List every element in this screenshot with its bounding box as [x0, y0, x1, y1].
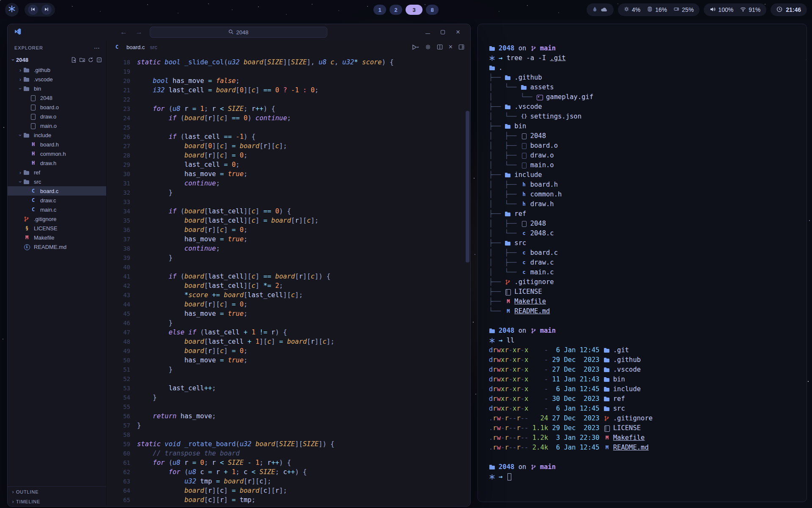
explorer-item-bin[interactable]: ›bin [8, 84, 106, 93]
explorer-item-include[interactable]: ›include [8, 130, 106, 140]
code-line-19[interactable]: 19 [107, 67, 470, 76]
explorer-item-.gitignore[interactable]: .gitignore [8, 214, 106, 224]
code-line-50[interactable]: 50 has_move = true; [107, 356, 470, 365]
code-line-49[interactable]: 49 board[r][c] = 0; [107, 346, 470, 356]
code-line-40[interactable]: 40 [107, 262, 470, 272]
new-file-icon[interactable] [71, 57, 77, 63]
code-line-20[interactable]: 20 bool has_move = false; [107, 76, 470, 86]
code-line-45[interactable]: 45 has_move = true; [107, 309, 470, 318]
code-line-47[interactable]: 47 else if (last_cell + 1 != r) { [107, 328, 470, 337]
breadcrumb[interactable]: src [150, 44, 157, 50]
code-line-59[interactable]: 59static void _rotate_board(u32 board[SI… [107, 439, 470, 449]
explorer-item-2048[interactable]: 2048 [8, 93, 106, 102]
explorer-item-main.o[interactable]: main.o [8, 121, 106, 130]
terminal-window[interactable]: 2048 on main→ tree -a -I .git.├── .githu… [477, 24, 807, 502]
explorer-item-main.c[interactable]: Cmain.c [8, 205, 106, 214]
explorer-root-folder[interactable]: › 2048 [8, 55, 106, 65]
close-button[interactable]: × [455, 29, 461, 35]
explorer-item-Makefile[interactable]: MMakefile [8, 233, 106, 242]
code-line-21[interactable]: 21 i32 last_cell = board[0][c] == 0 ? -1… [107, 86, 470, 95]
workspace-3[interactable]: 3 [406, 5, 422, 15]
code-line-35[interactable]: 35 board[last_cell][c] = board[r][c]; [107, 216, 470, 225]
code-line-39[interactable]: 39 } [107, 253, 470, 262]
scrollbar-thumb[interactable] [466, 111, 469, 263]
explorer-more-actions-icon[interactable]: ⋯ [94, 44, 100, 51]
explorer-item-board.h[interactable]: Hboard.h [8, 140, 106, 149]
search-input[interactable]: 2048 [150, 27, 327, 38]
code-line-52[interactable]: 52 [107, 374, 470, 384]
code-line-58[interactable]: 58 [107, 430, 470, 439]
navigate-forward-button[interactable]: → [134, 28, 144, 36]
code-line-25[interactable]: 25 [107, 123, 470, 132]
new-folder-icon[interactable] [80, 57, 85, 63]
workspace-1[interactable]: 1 [373, 5, 386, 15]
refresh-icon[interactable] [88, 57, 93, 63]
code-line-54[interactable]: 54 } [107, 393, 470, 402]
code-line-23[interactable]: 23 for (u8 r = 1; r < SIZE; r++) { [107, 104, 470, 113]
code-line-30[interactable]: 30 has_move = true; [107, 169, 470, 179]
code-line-36[interactable]: 36 board[r][c] = 0; [107, 225, 470, 235]
explorer-item-src[interactable]: ›src [8, 177, 106, 186]
code-line-65[interactable]: 65 board[c][r] = tmp; [107, 495, 470, 505]
media-next-button[interactable] [41, 5, 52, 15]
code-line-18[interactable]: 18static bool _slide_col(u32 board[SIZE]… [107, 58, 470, 67]
code-line-46[interactable]: 46 } [107, 318, 470, 328]
minimize-button[interactable] [425, 29, 431, 35]
explorer-item-README.md[interactable]: iREADME.md [8, 242, 106, 251]
weather-widget[interactable] [587, 3, 614, 16]
code-line-62[interactable]: 62 for (u8 c = r + 1; c < SIZE; c++) { [107, 467, 470, 477]
audio-network-widget[interactable]: 100% 91% [704, 3, 766, 16]
split-editor-icon[interactable] [437, 44, 443, 50]
workspace-2[interactable]: 2 [390, 5, 402, 15]
code-line-61[interactable]: 61 for (u8 r = 0; r < SIZE - 1; r++) { [107, 458, 470, 467]
code-line-22[interactable]: 22 [107, 95, 470, 104]
code-line-26[interactable]: 26 if (last_cell == -1) { [107, 132, 470, 141]
editor-scrollbar[interactable] [466, 57, 469, 504]
explorer-item-draw.c[interactable]: Cdraw.c [8, 196, 106, 205]
code-line-32[interactable]: 32 } [107, 188, 470, 197]
code-line-55[interactable]: 55 [107, 402, 470, 411]
explorer-item-ref[interactable]: ›ref [8, 168, 106, 177]
run-button[interactable] [412, 44, 419, 50]
explorer-item-board.c[interactable]: Cboard.c [8, 186, 106, 196]
code-line-37[interactable]: 37 has_move = true; [107, 235, 470, 244]
explorer-item-draw.o[interactable]: draw.o [8, 112, 106, 121]
collapse-all-icon[interactable] [96, 57, 102, 63]
explorer-item-draw.h[interactable]: Hdraw.h [8, 158, 106, 168]
code-line-63[interactable]: 63 u32 tmp = board[r][c]; [107, 477, 470, 486]
code-line-56[interactable]: 56 return has_move; [107, 411, 470, 421]
code-line-28[interactable]: 28 board[r][c] = 0; [107, 151, 470, 160]
outline-panel[interactable]: › OUTLINE [8, 487, 106, 497]
layout-panel-icon[interactable] [458, 44, 464, 50]
code-line-34[interactable]: 34 if (board[last_cell][c] == 0) { [107, 207, 470, 216]
media-prev-button[interactable] [28, 5, 38, 15]
code-area[interactable]: 18static bool _slide_col(u32 board[SIZE]… [107, 54, 470, 506]
clock-widget[interactable]: 21:46 [771, 3, 807, 16]
code-line-57[interactable]: 57} [107, 421, 470, 430]
code-line-64[interactable]: 64 board[r][c] = board[c][r]; [107, 486, 470, 495]
navigate-back-button[interactable]: ← [119, 28, 129, 36]
code-line-42[interactable]: 42 board[last_cell][c] *= 2; [107, 281, 470, 290]
explorer-item-common.h[interactable]: Hcommon.h [8, 149, 106, 158]
code-line-27[interactable]: 27 board[0][c] = board[r][c]; [107, 141, 470, 151]
explorer-item-board.o[interactable]: board.o [8, 102, 106, 112]
code-line-44[interactable]: 44 board[r][c] = 0; [107, 300, 470, 309]
launcher-button[interactable] [5, 3, 19, 17]
explorer-item-LICENSE[interactable]: §LICENSE [8, 224, 106, 233]
settings-gear-icon[interactable] [425, 44, 431, 50]
code-line-41[interactable]: 41 if (board[last_cell][c] == board[r][c… [107, 272, 470, 281]
code-line-60[interactable]: 60 // transpose the board [107, 449, 470, 458]
timeline-panel[interactable]: › TIMELINE [8, 497, 106, 506]
system-stats-widget[interactable]: 4% 16% 25% [618, 3, 700, 16]
active-tab-filename[interactable]: board.c [126, 44, 145, 50]
code-line-43[interactable]: 43 *score += board[last_cell][c]; [107, 290, 470, 300]
code-line-33[interactable]: 33 [107, 197, 470, 207]
code-line-24[interactable]: 24 if (board[r][c] == 0) continue; [107, 113, 470, 123]
code-line-38[interactable]: 38 continue; [107, 244, 470, 253]
code-line-51[interactable]: 51 } [107, 365, 470, 374]
explorer-item-.vscode[interactable]: ›.vscode [8, 75, 106, 84]
workspace-8[interactable]: 8 [426, 5, 439, 15]
code-line-48[interactable]: 48 board[last_cell + 1][c] = board[r][c]… [107, 337, 470, 346]
maximize-button[interactable] [440, 29, 446, 35]
code-line-29[interactable]: 29 last_cell = 0; [107, 160, 470, 169]
